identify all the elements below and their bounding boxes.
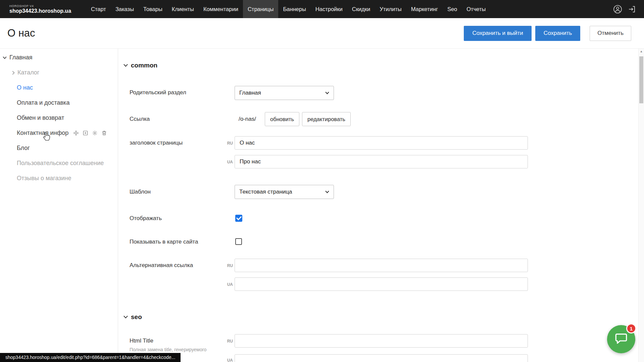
chat-widget-button[interactable]: 1: [607, 325, 635, 353]
sidebar-item-store-reviews[interactable]: Отзывы о магазине: [0, 171, 118, 186]
alt-link-ru-input[interactable]: [235, 259, 528, 272]
html-title-label: Html Title: [130, 338, 153, 344]
select-value: Текстовая страница: [239, 189, 292, 195]
nav-discounts[interactable]: Скидки: [347, 0, 375, 18]
section-title: common: [131, 62, 157, 69]
nav-settings[interactable]: Настройки: [311, 0, 347, 18]
cancel-button[interactable]: Отменить: [590, 26, 631, 41]
link-edit-button[interactable]: редактировать: [302, 112, 351, 126]
sidebar-item-contact-info[interactable]: Контактная инфор: [0, 125, 118, 141]
chevron-right-icon[interactable]: [11, 71, 14, 74]
display-checkbox[interactable]: [235, 215, 242, 222]
nav-banners[interactable]: Баннеры: [278, 0, 310, 18]
sitemap-label: Показывать в карте сайта: [130, 239, 198, 245]
nav-utilities[interactable]: Утилиты: [375, 0, 406, 18]
logout-icon[interactable]: [628, 5, 636, 13]
status-url: shop34423.horoshop.ua/edit/edit.php?id=6…: [0, 353, 181, 362]
nav-pages[interactable]: Страницы: [243, 0, 278, 18]
alt-link-label: Альтернативная ссылка: [130, 262, 193, 269]
scrollbar[interactable]: ▲: [638, 48, 644, 362]
topbar: HOROSHOP V4 shop34423.horoshop.ua Старт …: [0, 0, 644, 18]
section-seo[interactable]: seo: [124, 313, 142, 321]
trash-icon[interactable]: [101, 130, 107, 136]
parent-section-select[interactable]: Главная: [235, 86, 334, 100]
save-button[interactable]: Сохранить: [535, 26, 580, 41]
template-label: Шаблон: [130, 189, 151, 195]
sidebar-item-catalog[interactable]: Каталог: [0, 65, 118, 80]
chevron-down-icon[interactable]: [3, 55, 6, 59]
scroll-thumb[interactable]: [639, 56, 643, 103]
pages-tree: Главная Каталог О нас Оплата и доставка …: [0, 48, 118, 362]
lang-tag-ua: UA: [219, 358, 233, 362]
chevron-down-icon: [123, 314, 128, 318]
select-value: Главная: [239, 90, 261, 96]
nav-products[interactable]: Товары: [139, 0, 167, 18]
sidebar-item-label: О нас: [17, 84, 33, 91]
sidebar-item-user-agreement[interactable]: Пользовательское соглашение: [0, 156, 118, 171]
brand-logo[interactable]: HOROSHOP V4 shop34423.horoshop.ua: [9, 4, 71, 14]
sidebar-item-label: Оплата и доставка: [17, 99, 69, 106]
page-header: О нас Сохранить и выйти Сохранить Отмени…: [0, 18, 644, 48]
sidebar-item-blog[interactable]: Блог: [0, 141, 118, 156]
header-actions: Сохранить и выйти Сохранить Отменить: [464, 26, 631, 41]
chevron-down-icon: [123, 62, 128, 67]
html-title-ru-input[interactable]: [235, 334, 528, 348]
nav-reports[interactable]: Отчеты: [462, 0, 490, 18]
nav-comments[interactable]: Комментарии: [199, 0, 243, 18]
nav-seo[interactable]: Seo: [443, 0, 462, 18]
template-select[interactable]: Текстовая страница: [235, 185, 334, 199]
page-edit-form: common Родительский раздел Главная Ссылк…: [118, 48, 644, 362]
sidebar-item-about[interactable]: О нас: [0, 80, 118, 95]
chat-unread-badge: 1: [626, 323, 636, 333]
sidebar-item-home[interactable]: Главная: [0, 50, 118, 65]
sidebar-item-label: Главная: [9, 54, 33, 61]
link-path: /o-nas/: [239, 116, 256, 122]
top-nav: Старт Заказы Товары Клиенты Комментарии …: [86, 0, 490, 18]
lang-tag-ru: RU: [219, 339, 233, 344]
page-heading-ua-input[interactable]: [235, 155, 528, 168]
sidebar-item-label: Контактная инфор: [17, 130, 68, 137]
sidebar-item-label: Каталог: [17, 69, 39, 76]
account-icon[interactable]: [613, 5, 622, 14]
chevron-down-icon: [325, 189, 329, 193]
lang-tag-ru: RU: [219, 263, 233, 268]
lang-tag-ru: RU: [219, 141, 233, 146]
sidebar-item-label: Отзывы о магазине: [17, 175, 71, 182]
page-heading-label: заголовок страницы: [130, 140, 183, 146]
display-label: Отображать: [130, 215, 162, 222]
html-title-ua-input[interactable]: [235, 354, 528, 362]
scroll-up-arrow-icon[interactable]: ▲: [639, 48, 644, 54]
section-common[interactable]: common: [124, 62, 157, 69]
sidebar-item-label: Блог: [17, 145, 30, 152]
sidebar-item-label: Пользовательское соглашение: [17, 160, 104, 167]
lang-tag-ua: UA: [219, 160, 233, 164]
save-and-exit-button[interactable]: Сохранить и выйти: [464, 26, 531, 41]
gear-icon[interactable]: [92, 130, 98, 136]
lang-tag-ua: UA: [219, 282, 233, 287]
link-label: Ссылка: [130, 116, 150, 122]
nav-start[interactable]: Старт: [86, 0, 111, 18]
chat-bubble-icon: [614, 331, 628, 347]
add-page-icon[interactable]: [83, 130, 88, 136]
section-title: seo: [131, 313, 142, 321]
sidebar-item-label: Обмен и возврат: [17, 114, 64, 121]
chevron-down-icon: [325, 90, 329, 94]
brand-version: HOROSHOP V4: [9, 4, 71, 8]
sidebar-item-payment-delivery[interactable]: Оплата и доставка: [0, 95, 118, 110]
brand-domain: shop34423.horoshop.ua: [9, 8, 71, 14]
nav-marketing[interactable]: Маркетинг: [406, 0, 443, 18]
nav-clients[interactable]: Клиенты: [167, 0, 199, 18]
page-heading-ru-input[interactable]: [235, 136, 528, 150]
nav-orders[interactable]: Заказы: [111, 0, 139, 18]
row-hover-actions: [73, 130, 107, 136]
sidebar-item-exchange-return[interactable]: Обмен и возврат: [0, 110, 118, 125]
html-title-hint: Полная замена title, генерируемого: [130, 347, 206, 352]
sitemap-checkbox[interactable]: [235, 238, 242, 245]
move-icon[interactable]: [73, 130, 79, 136]
topbar-icons: [613, 5, 636, 14]
link-refresh-button[interactable]: обновить: [265, 112, 299, 126]
alt-link-ua-input[interactable]: [235, 277, 528, 291]
parent-section-label: Родительский раздел: [130, 89, 186, 96]
page-title: О нас: [7, 27, 35, 39]
content: Главная Каталог О нас Оплата и доставка …: [0, 48, 644, 362]
